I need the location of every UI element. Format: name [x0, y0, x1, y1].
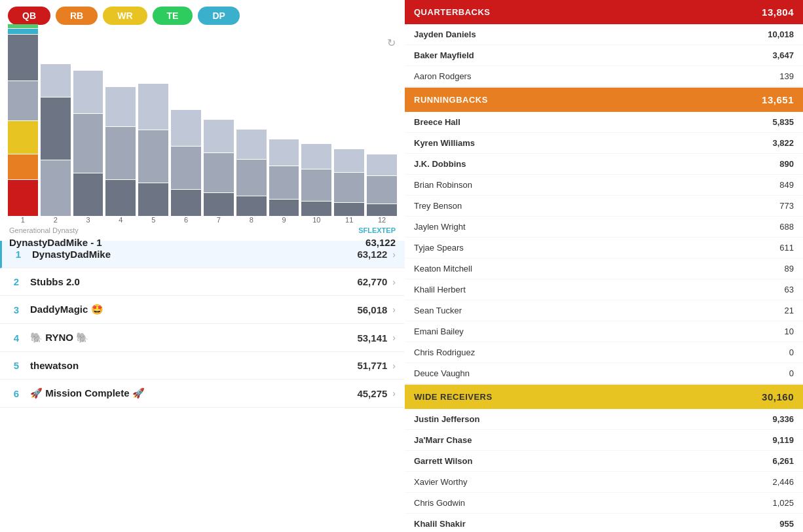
- player-row[interactable]: Sean Tucker21: [405, 300, 803, 321]
- bar-segment: [8, 81, 38, 120]
- player-score: 890: [779, 159, 794, 169]
- standing-score: 45,275: [357, 388, 387, 399]
- bar-segment: [367, 154, 397, 175]
- player-row[interactable]: Chris Rodriguez0: [405, 342, 803, 363]
- standing-rank: 2: [9, 276, 24, 287]
- position-section-header: RUNNINGBACKS13,651: [405, 88, 803, 112]
- bar-segment: [73, 114, 103, 173]
- bar-segment: [8, 154, 38, 179]
- player-row[interactable]: Kyren Williams3,822: [405, 133, 803, 154]
- bar-segment: [8, 180, 38, 216]
- player-row[interactable]: Chris Godwin1,025: [405, 493, 803, 514]
- bar-segment: [8, 24, 38, 28]
- bar-col-11: [334, 149, 364, 216]
- chart-title: DynastyDadMike - 1: [9, 237, 102, 248]
- player-name: Aaron Rodgers: [414, 71, 471, 81]
- refresh-button[interactable]: ↻: [387, 37, 396, 49]
- player-row[interactable]: Jaylen Wright688: [405, 217, 803, 238]
- bar-stack: [171, 110, 201, 216]
- chevron-right-icon: ›: [392, 388, 396, 399]
- player-name: J.K. Dobbins: [414, 159, 466, 169]
- player-row[interactable]: Khalil Shakir955: [405, 514, 803, 532]
- chart-source: SFLEXTEP: [358, 226, 396, 234]
- bar-segment: [204, 153, 234, 192]
- player-name: Justin Jefferson: [414, 414, 479, 424]
- bar-stack: [334, 149, 364, 216]
- bar-segment: [236, 130, 267, 159]
- standing-name: 🚀 Mission Complete 🚀: [30, 387, 357, 399]
- chart-meta: Generational Dynasty SFLEXTEP: [8, 225, 397, 236]
- tab-dp[interactable]: DP: [198, 7, 239, 25]
- standing-item[interactable]: 5thewatson51,771›: [0, 352, 405, 380]
- player-row[interactable]: Khalil Herbert63: [405, 279, 803, 300]
- bar-segment: [171, 110, 201, 146]
- tab-rb[interactable]: RB: [56, 7, 98, 25]
- standing-item[interactable]: 4🐘 RYNO 🐘53,141›: [0, 324, 405, 352]
- bar-segment: [105, 87, 136, 126]
- player-row[interactable]: Justin Jefferson9,336: [405, 409, 803, 430]
- player-name: Chris Godwin: [414, 498, 465, 508]
- bar-segment: [236, 160, 267, 196]
- chevron-right-icon: ›: [392, 277, 396, 287]
- chevron-right-icon: ›: [392, 332, 396, 343]
- bar-segment: [204, 120, 234, 152]
- standing-item[interactable]: 3DaddyMagic 🤩56,018›: [0, 296, 405, 324]
- bar-stack: [138, 84, 168, 216]
- standing-item[interactable]: 2Stubbs 2.062,770›: [0, 268, 405, 296]
- player-name: Jaylen Wright: [414, 222, 466, 232]
- standing-name: Stubbs 2.0: [30, 276, 357, 287]
- player-row[interactable]: Tyjae Spears611: [405, 238, 803, 258]
- bar-segment: [301, 169, 331, 201]
- bar-segment: [8, 35, 38, 80]
- player-row[interactable]: Aaron Rodgers139: [405, 66, 803, 86]
- player-row[interactable]: Baker Mayfield3,647: [405, 45, 803, 66]
- tab-qb[interactable]: QB: [8, 7, 50, 25]
- player-row[interactable]: J.K. Dobbins890: [405, 154, 803, 175]
- player-name: Trey Benson: [414, 201, 462, 211]
- player-row[interactable]: Xavier Worthy2,446: [405, 472, 803, 493]
- bar-stack: [8, 24, 38, 216]
- chevron-right-icon: ›: [392, 361, 396, 371]
- player-score: 139: [779, 71, 794, 81]
- chart-subtitle: Generational Dynasty: [9, 226, 79, 234]
- x-label-1: 1: [8, 216, 38, 224]
- bar-segment: [301, 202, 331, 216]
- bar-col-6: [171, 110, 201, 216]
- bar-segment: [41, 160, 71, 216]
- standing-item[interactable]: 6🚀 Mission Complete 🚀45,275›: [0, 380, 405, 408]
- player-row[interactable]: Garrett Wilson6,261: [405, 451, 803, 472]
- chart-x-labels: 123456789101112: [8, 216, 397, 224]
- player-name: Chris Rodriguez: [414, 347, 475, 357]
- player-row[interactable]: Emani Bailey10: [405, 321, 803, 342]
- player-row[interactable]: Ja'Marr Chase9,119: [405, 430, 803, 451]
- player-name: Tyjae Spears: [414, 243, 464, 253]
- position-section-header: WIDE RECEIVERS30,160: [405, 385, 803, 409]
- bar-segment: [367, 204, 397, 216]
- standing-name: DaddyMagic 🤩: [30, 304, 357, 315]
- bar-segment: [8, 29, 38, 34]
- player-row[interactable]: Trey Benson773: [405, 196, 803, 217]
- player-name: Deuce Vaughn: [414, 368, 470, 378]
- bar-segment: [204, 193, 234, 216]
- bar-segment: [8, 121, 38, 154]
- player-row[interactable]: Breece Hall5,835: [405, 112, 803, 133]
- bar-col-10: [301, 144, 331, 216]
- bar-segment: [105, 180, 136, 216]
- player-score: 5,835: [772, 117, 794, 127]
- player-name: Xavier Worthy: [414, 477, 467, 487]
- player-score: 955: [779, 519, 794, 529]
- player-row[interactable]: Deuce Vaughn0: [405, 363, 803, 383]
- tab-te[interactable]: TE: [153, 7, 193, 25]
- player-score: 688: [779, 222, 794, 232]
- tab-wr[interactable]: WR: [103, 7, 147, 25]
- x-label-2: 2: [41, 216, 71, 224]
- bar-segment: [334, 149, 364, 172]
- player-row[interactable]: Jayden Daniels10,018: [405, 24, 803, 45]
- position-title: RUNNINGBACKS: [414, 95, 488, 105]
- bar-segment: [171, 190, 201, 216]
- chart-title-row: DynastyDadMike - 1 63,122: [8, 236, 397, 253]
- bar-stack: [236, 130, 267, 216]
- position-total: 13,651: [762, 94, 794, 105]
- player-row[interactable]: Brian Robinson849: [405, 175, 803, 196]
- player-row[interactable]: Keaton Mitchell89: [405, 258, 803, 279]
